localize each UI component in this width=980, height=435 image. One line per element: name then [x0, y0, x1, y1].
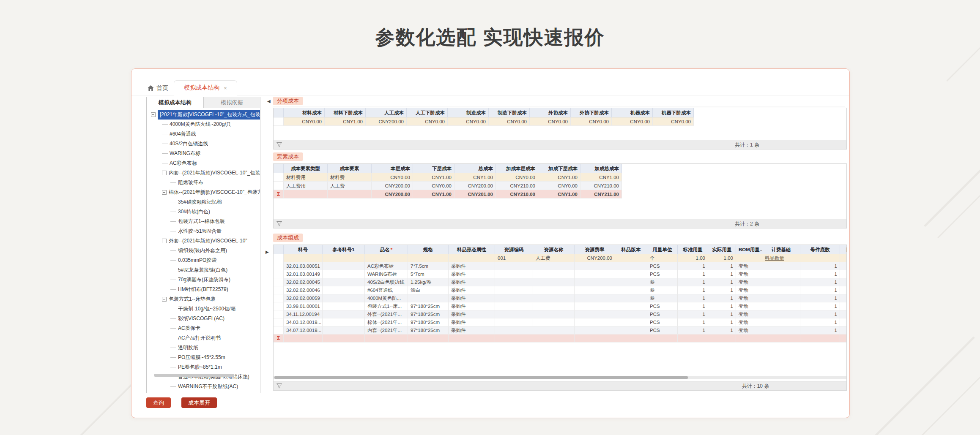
column-header[interactable]: 材料下阶成本: [325, 108, 366, 117]
row-selector[interactable]: [274, 278, 284, 286]
tree-item[interactable]: 5#尼龙条装拉链(白色): [147, 265, 260, 275]
filter-icon[interactable]: [276, 221, 282, 226]
tree-item[interactable]: WARNING不干胶贴纸(AC): [147, 382, 260, 392]
tree-item[interactable]: 透明胶纸: [147, 343, 260, 353]
row-selector[interactable]: [274, 254, 284, 262]
column-header[interactable]: 料品形态属性: [449, 245, 495, 254]
table-row[interactable]: CNY0.00CNY1.00CNY200.00CNY0.00CNY0.00CNY…: [274, 117, 694, 126]
column-header[interactable]: 成本要素: [328, 164, 372, 173]
cost-expand-button[interactable]: 成本展开: [181, 397, 217, 408]
row-selector[interactable]: [274, 326, 284, 334]
table-row[interactable]: 材料费用材料费CNY0.00CNY1.00CNY1.00CNY0.00CNY1.…: [274, 173, 622, 182]
column-header[interactable]: BOM用量...: [736, 245, 762, 254]
column-header[interactable]: 料号: [284, 245, 323, 254]
tree-item[interactable]: 内套--(2021年新款)VISCOGEL-10"_包装方: [147, 168, 260, 178]
table-row[interactable]: 人工费用人工费CNY200.00CNY0.00CNY200.00CNY210.0…: [274, 182, 622, 190]
row-selector[interactable]: [274, 182, 284, 190]
row-selector[interactable]: [274, 262, 284, 270]
tree-item[interactable]: HM针织布(BFT22579): [147, 285, 260, 294]
column-header[interactable]: 制造下阶成本: [489, 108, 530, 117]
query-button[interactable]: 查询: [146, 397, 171, 408]
tree-expander-icon[interactable]: [162, 190, 167, 195]
row-selector[interactable]: [274, 294, 284, 302]
column-header[interactable]: 料品版本: [615, 245, 647, 254]
column-header[interactable]: 加成本层成本: [496, 164, 538, 173]
table-row[interactable]: 32.02.02.00046#604普通线漂白采购件卷11变动1: [274, 286, 846, 294]
column-header[interactable]: 计费基础: [762, 245, 800, 254]
row-selector[interactable]: [274, 302, 284, 310]
tree-expander-icon[interactable]: [162, 297, 167, 302]
table-row[interactable]: 32.02.02.000594000M黄色防...采购件卷11变动1: [274, 294, 846, 302]
tab-cost-structure[interactable]: 模拟成本结构: [146, 97, 204, 109]
row-selector[interactable]: [274, 173, 284, 181]
table-row[interactable]: 32.01.03.00051AC彩色布标7*7.5cm采购件PCS11变动1: [274, 262, 846, 270]
tree-item[interactable]: 胶水798#(封箱用)~50kg/桶: [147, 392, 260, 393]
horizontal-scrollbar[interactable]: [274, 376, 688, 379]
tab-simulated-cost-structure[interactable]: 模拟成本结构 ×: [174, 80, 237, 95]
column-header[interactable]: 成本要素类型: [284, 164, 328, 173]
table-row[interactable]: 34.07.12.0019...内套--(2021年...97*188*25cm…: [274, 326, 846, 334]
tree-item[interactable]: 彩纸VISCOGEL(AC): [147, 314, 260, 324]
column-header[interactable]: 参考料号1: [323, 245, 365, 254]
column-header[interactable]: 加成下层成本: [538, 164, 580, 173]
row-selector[interactable]: [274, 270, 284, 278]
tree-item[interactable]: PO压缩膜~45*2.55m: [147, 353, 260, 362]
column-header[interactable]: 材料成本: [284, 108, 325, 117]
column-header[interactable]: 总成本: [454, 164, 496, 173]
column-header[interactable]: 机器成本: [612, 108, 653, 117]
column-header[interactable]: 机器下阶成本: [653, 108, 694, 117]
filter-icon[interactable]: [276, 142, 282, 147]
column-header[interactable]: 品名*: [365, 245, 408, 254]
tree-item[interactable]: 35#硅胶颗粒记忆棉: [147, 197, 260, 207]
column-header[interactable]: 人工下阶成本: [407, 108, 448, 117]
column-header[interactable]: 用量单位: [647, 245, 678, 254]
column-header[interactable]: 加成总成本: [580, 164, 622, 173]
tree-horizontal-scrollbar[interactable]: [154, 374, 234, 377]
column-header[interactable]: 资源编码: [495, 245, 533, 254]
row-selector[interactable]: [274, 117, 284, 125]
tree-expander-icon[interactable]: [162, 171, 167, 175]
column-header[interactable]: 下层成本: [413, 164, 454, 173]
tree-expander-icon[interactable]: [151, 112, 156, 117]
tree-item[interactable]: 30#特软(白色): [147, 207, 260, 217]
row-selector[interactable]: [274, 318, 284, 326]
table-row[interactable]: 32.02.02.0004540S/2白色锁边线1.25kg/卷采购件卷11变动…: [274, 278, 846, 286]
tree-item[interactable]: WARING布标: [147, 149, 260, 158]
row-selector[interactable]: [274, 310, 284, 318]
tree-item[interactable]: 水性胶~51%固含量: [147, 226, 260, 236]
tree-item[interactable]: 编织袋(装内外套之用): [147, 246, 260, 256]
column-header[interactable]: 固: [840, 245, 846, 254]
tree-item[interactable]: 棉体--(2021年新款)VISCOGE-10"_包装方:: [147, 188, 260, 197]
tree-item[interactable]: [2021年新款]VISCOGEL-10"_包装方式_包装方: [147, 110, 260, 120]
column-header[interactable]: 母件底数: [800, 245, 840, 254]
tree-item[interactable]: 阻燃玻纤布: [147, 178, 260, 188]
tree-item[interactable]: 40S/2白色锁边线: [147, 139, 260, 149]
column-header[interactable]: 规格: [408, 245, 449, 254]
table-row[interactable]: 34.03.12.0019...棉体--(2021年...97*188*25cm…: [274, 318, 846, 326]
tree-item[interactable]: AC产品打开说明书: [147, 333, 260, 343]
tree-item[interactable]: PE卷包膜~85*1.1m: [147, 362, 260, 372]
tree-expander-icon[interactable]: [162, 239, 167, 243]
filter-icon[interactable]: [276, 383, 282, 389]
row-selector[interactable]: [274, 286, 284, 294]
tree-item[interactable]: 包装方式1--床垫包装: [147, 294, 260, 304]
column-header[interactable]: 实际用量: [708, 245, 736, 254]
column-header[interactable]: 外协下阶成本: [571, 108, 612, 117]
tree-item[interactable]: 70g滴塑布(床垫防滑布): [147, 275, 260, 285]
collapse-left-icon[interactable]: ◀: [267, 99, 271, 103]
tree-item[interactable]: 0.035mmPO胶袋: [147, 256, 260, 265]
tree-item[interactable]: AC质保卡: [147, 324, 260, 333]
column-header[interactable]: 本层成本: [372, 164, 413, 173]
column-header[interactable]: 人工成本: [366, 108, 407, 117]
table-row[interactable]: 33.99.01.00001包装方式1--床...97*188*25cm采购件P…: [274, 302, 846, 310]
close-icon[interactable]: ×: [224, 85, 227, 91]
column-header[interactable]: 资源名称: [533, 245, 575, 254]
tab-simulation-basis[interactable]: 模拟依据: [204, 97, 261, 109]
tree-item[interactable]: 包装方式1--棉体包装: [147, 217, 260, 226]
tree-item[interactable]: #604普通线: [147, 129, 260, 139]
table-row[interactable]: 001人工费CNY200.00个1.001.00料品数量: [274, 254, 846, 262]
column-header[interactable]: 资源费率: [575, 245, 615, 254]
column-header[interactable]: 外协成本: [530, 108, 571, 117]
table-row[interactable]: 34.11.12.00194外套--(2021年...97*188*25cm采购…: [274, 310, 846, 318]
column-header[interactable]: 标准用量: [678, 245, 708, 254]
